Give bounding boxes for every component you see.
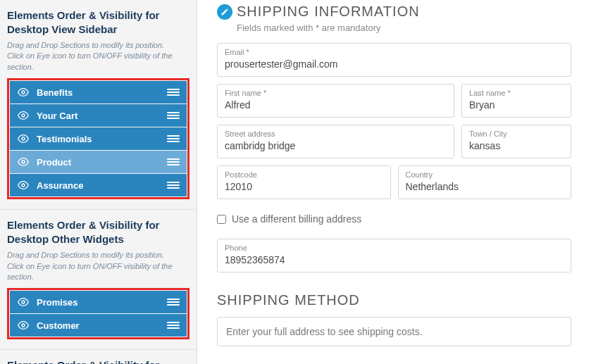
field-label: First name * bbox=[225, 89, 447, 97]
svg-point-5 bbox=[22, 301, 25, 303]
sidebar-section-elements-order-mobile: Elements Order & Visibility for Mobile V… bbox=[0, 350, 197, 364]
grip-icon[interactable] bbox=[167, 296, 180, 308]
grip-icon[interactable] bbox=[167, 156, 180, 168]
svg-point-4 bbox=[22, 184, 25, 187]
eye-icon[interactable] bbox=[17, 296, 30, 308]
panel-title: Elements Order & Visibility for Mobile V… bbox=[7, 358, 189, 364]
country-input[interactable] bbox=[406, 181, 564, 192]
drag-item-label: Benefits bbox=[37, 87, 167, 98]
first-name-field[interactable]: First name * bbox=[217, 84, 454, 118]
drag-item-label: Customer bbox=[37, 320, 167, 331]
drag-item-testimonials[interactable]: Testimonials bbox=[10, 127, 187, 150]
drag-item-label: Product bbox=[37, 157, 167, 168]
svg-point-3 bbox=[22, 161, 25, 163]
eye-icon[interactable] bbox=[17, 319, 30, 332]
drag-item-benefits[interactable]: Benefits bbox=[10, 81, 187, 103]
sidebar-section-elements-order-desktop-other: Elements Order & Visibility for Desktop … bbox=[0, 210, 197, 350]
billing-checkbox[interactable] bbox=[217, 215, 226, 224]
eye-icon[interactable] bbox=[17, 179, 30, 192]
eye-icon[interactable] bbox=[17, 132, 30, 145]
postcode-input[interactable] bbox=[225, 181, 383, 192]
svg-point-2 bbox=[22, 137, 25, 140]
street-field[interactable]: Street address bbox=[217, 125, 454, 158]
shipping-method-box: Enter your full address to see shipping … bbox=[217, 317, 571, 346]
drag-item-customer[interactable]: Customer bbox=[10, 314, 187, 337]
billing-checkbox-row: Use a different billing address bbox=[217, 213, 571, 225]
first-name-input[interactable] bbox=[225, 99, 447, 111]
sidebar-section-elements-order-desktop-sidebar: Elements Order & Visibility for Desktop … bbox=[0, 0, 197, 210]
field-label: Last name * bbox=[469, 89, 564, 97]
field-label: Phone bbox=[225, 244, 564, 252]
grip-icon[interactable] bbox=[167, 132, 180, 145]
eye-icon[interactable] bbox=[17, 86, 30, 99]
field-label: Town / City bbox=[469, 130, 564, 138]
grip-icon[interactable] bbox=[167, 109, 180, 122]
sidebar-panel: Elements Order & Visibility for Desktop … bbox=[0, 0, 197, 364]
eye-icon[interactable] bbox=[17, 109, 30, 122]
drag-item-label: Assurance bbox=[37, 180, 167, 191]
email-field[interactable]: Email * bbox=[217, 43, 571, 77]
edit-icon[interactable] bbox=[217, 4, 232, 20]
phone-field[interactable]: Phone bbox=[217, 239, 571, 272]
country-field[interactable]: Country bbox=[398, 165, 572, 199]
town-field[interactable]: Town / City bbox=[461, 125, 571, 158]
field-label: Street address bbox=[225, 130, 447, 138]
panel-help-text: Drag and Drop Sections to modify its pos… bbox=[7, 250, 189, 282]
panel-title: Elements Order & Visibility for Desktop … bbox=[7, 218, 189, 246]
field-label: Country bbox=[406, 170, 564, 179]
last-name-field[interactable]: Last name * bbox=[461, 84, 571, 118]
street-input[interactable] bbox=[225, 140, 447, 151]
postcode-field[interactable]: Postcode bbox=[217, 165, 391, 199]
town-input[interactable] bbox=[469, 140, 564, 151]
shipping-info-title: SHIPPING INFORMATION bbox=[237, 4, 420, 20]
drag-list-desktop-sidebar: Benefits Your Cart Testimonials bbox=[7, 78, 189, 199]
svg-point-0 bbox=[22, 91, 25, 94]
drag-item-product[interactable]: Product bbox=[10, 151, 187, 173]
shipping-method-title: SHIPPING METHOD bbox=[217, 292, 571, 308]
field-label: Postcode bbox=[225, 170, 383, 179]
email-input[interactable] bbox=[225, 58, 564, 70]
phone-input[interactable] bbox=[225, 254, 564, 265]
drag-item-promises[interactable]: Promises bbox=[10, 291, 187, 313]
svg-point-6 bbox=[22, 324, 25, 327]
drag-item-your-cart[interactable]: Your Cart bbox=[10, 104, 187, 127]
shipping-info-header: SHIPPING INFORMATION bbox=[217, 4, 571, 20]
form-panel: SHIPPING INFORMATION Fields marked with … bbox=[197, 0, 591, 364]
billing-checkbox-label: Use a different billing address bbox=[232, 213, 361, 225]
grip-icon[interactable] bbox=[167, 319, 180, 332]
field-label: Email * bbox=[225, 48, 564, 56]
drag-item-assurance[interactable]: Assurance bbox=[10, 174, 187, 196]
drag-item-label: Testimonials bbox=[37, 134, 167, 144]
panel-title: Elements Order & Visibility for Desktop … bbox=[7, 8, 189, 36]
drag-list-desktop-other: Promises Customer bbox=[7, 288, 189, 339]
last-name-input[interactable] bbox=[469, 99, 564, 111]
eye-icon[interactable] bbox=[17, 156, 30, 168]
panel-help-text: Drag and Drop Sections to modify its pos… bbox=[7, 40, 189, 73]
drag-item-label: Your Cart bbox=[37, 111, 167, 121]
grip-icon[interactable] bbox=[167, 179, 180, 192]
required-note: Fields marked with * are mandatory bbox=[237, 23, 571, 33]
shipping-form: Email * First name * Last name * Street … bbox=[217, 43, 571, 272]
drag-item-label: Promises bbox=[37, 297, 167, 308]
grip-icon[interactable] bbox=[167, 86, 180, 99]
svg-point-1 bbox=[22, 114, 25, 117]
